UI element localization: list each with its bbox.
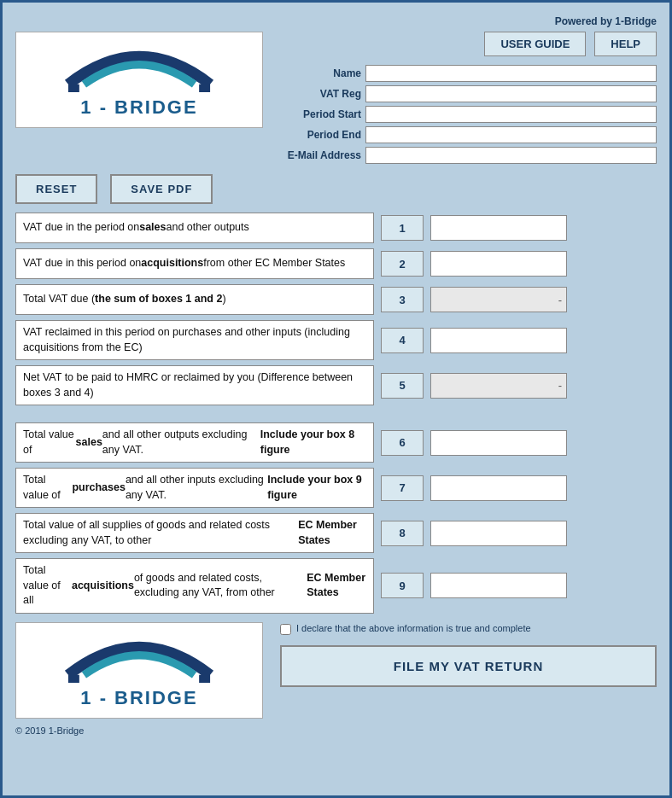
vat-row-2: VAT due in this period on acquisitions f…	[15, 248, 657, 279]
vat-box-num-1: 1	[381, 215, 424, 241]
vat-input-8[interactable]	[430, 521, 567, 546]
vat-input-3[interactable]	[430, 287, 567, 312]
period-end-input[interactable]	[365, 126, 657, 143]
vat-row-4: VAT reclaimed in this period on purchase…	[15, 320, 657, 360]
name-input[interactable]	[365, 65, 657, 82]
vat-desc-2: VAT due in this period on acquisitions f…	[15, 248, 374, 279]
user-guide-button[interactable]: USER GUIDE	[484, 32, 586, 56]
vat-desc-4: VAT reclaimed in this period on purchase…	[15, 320, 374, 360]
logo-text: 1 - BRIDGE	[80, 96, 197, 119]
period-start-label: Period Start	[280, 108, 365, 120]
vat-input-6[interactable]	[430, 430, 567, 456]
svg-rect-2	[68, 674, 79, 682]
svg-rect-1	[199, 84, 210, 92]
vat-box-num-5: 5	[381, 373, 424, 399]
logo-svg	[54, 41, 225, 92]
vat-desc-1: VAT due in the period on sales and other…	[15, 213, 374, 243]
period-start-row: Period Start	[280, 106, 657, 123]
vat-input-9[interactable]	[430, 573, 567, 598]
spacer-row	[15, 411, 657, 417]
reset-button[interactable]: RESET	[15, 174, 97, 204]
vat-input-5[interactable]	[430, 373, 567, 399]
vat-input-2[interactable]	[430, 251, 567, 277]
vat-rows: VAT due in the period on sales and other…	[15, 213, 657, 614]
period-end-row: Period End	[280, 126, 657, 143]
vat-desc-8: Total value of all supplies of goods and…	[15, 513, 374, 553]
svg-rect-0	[68, 84, 79, 92]
vat-reg-row: VAT Reg	[280, 85, 657, 102]
declare-text: I declare that the above information is …	[296, 622, 531, 635]
vat-input-7[interactable]	[430, 475, 567, 501]
bottom-logo-svg	[54, 632, 225, 683]
top-section: 1 - BRIDGE USER GUIDE HELP Name VAT Reg …	[15, 32, 657, 164]
vat-box-num-3: 3	[381, 287, 424, 312]
vat-row-3: Total VAT due (the sum of boxes 1 and 2)…	[15, 284, 657, 315]
vat-box-num-2: 2	[381, 251, 424, 277]
main-container: Powered by 1-Bridge 1 - BRIDGE USER GUID…	[0, 0, 672, 798]
email-input[interactable]	[365, 147, 657, 164]
vat-row-7: Total value of purchases and all other i…	[15, 468, 657, 508]
period-end-label: Period End	[280, 129, 365, 141]
help-button[interactable]: HELP	[594, 32, 657, 56]
vat-desc-6: Total value of sales and all other outpu…	[15, 422, 374, 463]
vat-input-1[interactable]	[430, 215, 567, 241]
svg-rect-3	[199, 674, 210, 682]
vat-box-num-4: 4	[381, 328, 424, 353]
save-pdf-button[interactable]: SAVE PDF	[110, 174, 213, 204]
vat-box-num-7: 7	[381, 475, 424, 501]
bottom-logo: 1 - BRIDGE	[15, 622, 263, 719]
logo-area: 1 - BRIDGE	[15, 32, 263, 128]
vat-box-num-9: 9	[381, 573, 424, 598]
action-buttons: RESET SAVE PDF	[15, 174, 657, 204]
vat-reg-label: VAT Reg	[280, 88, 365, 100]
period-start-input[interactable]	[365, 106, 657, 123]
declare-checkbox[interactable]	[280, 624, 291, 635]
vat-row-9: Total value of all acquisitions of goods…	[15, 558, 657, 614]
vat-row-6: Total value of sales and all other outpu…	[15, 422, 657, 463]
email-label: E-Mail Address	[280, 149, 365, 161]
vat-input-4[interactable]	[430, 328, 567, 353]
right-area: USER GUIDE HELP Name VAT Reg Period Star…	[280, 32, 657, 164]
name-row: Name	[280, 65, 657, 82]
vat-box-num-6: 6	[381, 430, 424, 456]
copyright: © 2019 1-Bridge	[15, 725, 657, 736]
vat-desc-5: Net VAT to be paid to HMRC or reclaimed …	[15, 365, 374, 405]
declare-row: I declare that the above information is …	[280, 622, 657, 635]
vat-row-8: Total value of all supplies of goods and…	[15, 513, 657, 553]
vat-desc-3: Total VAT due (the sum of boxes 1 and 2)	[15, 284, 374, 315]
email-row: E-Mail Address	[280, 147, 657, 164]
vat-reg-input[interactable]	[365, 85, 657, 102]
top-buttons: USER GUIDE HELP	[280, 32, 657, 56]
vat-row-5: Net VAT to be paid to HMRC or reclaimed …	[15, 365, 657, 405]
form-fields: Name VAT Reg Period Start Period End E-M…	[280, 65, 657, 164]
vat-desc-7: Total value of purchases and all other i…	[15, 468, 374, 508]
bottom-right: I declare that the above information is …	[280, 622, 657, 687]
vat-box-num-8: 8	[381, 521, 424, 546]
name-label: Name	[280, 67, 365, 79]
bottom-logo-text: 1 - BRIDGE	[80, 687, 197, 709]
file-vat-return-button[interactable]: FILE MY VAT RETURN	[280, 645, 657, 687]
bottom-section: 1 - BRIDGE I declare that the above info…	[15, 622, 657, 719]
vat-row-1: VAT due in the period on sales and other…	[15, 213, 657, 243]
powered-by-text: Powered by 1-Bridge	[15, 15, 657, 27]
vat-desc-9: Total value of all acquisitions of goods…	[15, 558, 374, 614]
